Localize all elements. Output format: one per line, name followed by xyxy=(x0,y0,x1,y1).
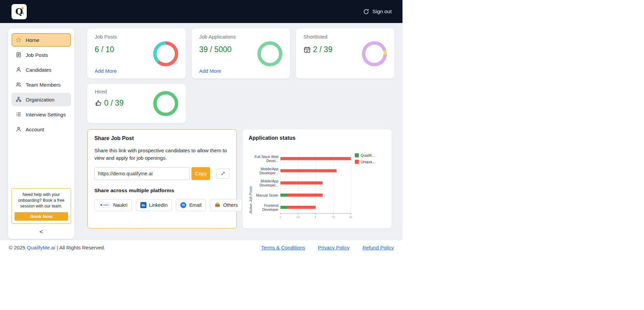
chart-bar-segment[interactable] xyxy=(288,206,316,209)
stat-value: 39 / 5000 xyxy=(199,45,236,54)
top-navbar: Q me Sign out xyxy=(0,0,402,23)
sidebar-item-organization[interactable]: Organization xyxy=(12,93,71,106)
naukri-wordmark: naukri xyxy=(103,204,109,206)
footer-links: Terms & Conditions Privacy Policy Refund… xyxy=(261,245,394,250)
book-now-button[interactable]: Book Now xyxy=(15,212,68,221)
sidebar: Home Job Posts Candidates xyxy=(8,28,74,239)
platform-label: LinkedIn xyxy=(149,202,168,208)
share-email-button[interactable]: ✉ Email xyxy=(176,199,206,211)
privacy-link[interactable]: Privacy Policy xyxy=(318,245,349,250)
x-tick-label: 2.5 xyxy=(296,216,300,218)
chart-bar-segment[interactable] xyxy=(280,169,337,172)
app-window: Q me Sign out Home xyxy=(0,0,402,310)
thumbs-up-icon xyxy=(95,99,102,107)
stats-row-2: Hired 0 / 39 xyxy=(87,84,394,123)
copy-button[interactable]: Copy xyxy=(191,167,210,180)
chart-category-label: Manual Tester xyxy=(253,189,280,201)
share-naukri-button[interactable]: naukri Naukri xyxy=(94,199,132,211)
bottom-row: Share Job Post Share this link with pros… xyxy=(87,129,394,228)
share-url-input[interactable] xyxy=(94,167,190,180)
sidebar-item-label: Job Posts xyxy=(26,52,48,58)
add-more-link[interactable]: Add More xyxy=(199,68,236,74)
qualifyme-logo[interactable]: Q me xyxy=(12,4,27,19)
chart-bar-row xyxy=(280,177,351,189)
expand-button[interactable] xyxy=(216,169,230,179)
signout-button[interactable]: Sign out xyxy=(363,8,392,15)
email-icon: ✉ xyxy=(180,202,186,208)
chart-gridline xyxy=(351,153,351,213)
copyright-suffix: | All Rights Reserved. xyxy=(57,245,105,250)
copyright-prefix: © 2025 xyxy=(9,245,25,250)
chart-bar-row xyxy=(280,201,351,213)
stat-card-job-posts: Job Posts 6 / 10 Add More xyxy=(87,28,186,79)
chart-category-label: Mobile/App Developer... xyxy=(253,165,280,177)
main-panel: Job Posts 6 / 10 Add More Job Applicatio… xyxy=(87,28,394,240)
sidebar-item-home[interactable]: Home xyxy=(12,33,71,47)
sidebar-item-candidates[interactable]: Candidates xyxy=(12,63,71,76)
person-icon xyxy=(16,67,22,73)
x-tick-label: 5 xyxy=(315,216,316,218)
legend-item: Unqua... xyxy=(355,160,375,164)
stat-card-shortlisted: Shortlisted 2 / 39 xyxy=(296,28,394,79)
x-tick-mark xyxy=(316,213,316,215)
terms-link[interactable]: Terms & Conditions xyxy=(261,245,305,250)
chart-category-label: Mobile/App Developer... xyxy=(253,177,280,189)
platform-label: Naukri xyxy=(113,202,128,208)
platforms-row: naukri Naukri in LinkedIn ✉ Email xyxy=(94,199,230,211)
org-chart-icon xyxy=(16,96,22,103)
stat-value: 2 / 39 xyxy=(303,45,332,54)
share-job-post-card: Share Job Post Share this link with pros… xyxy=(87,129,237,228)
add-more-link[interactable]: Add More xyxy=(95,68,117,74)
x-tick-label: 0 xyxy=(280,216,281,218)
x-tick-mark xyxy=(280,213,281,215)
sidebar-item-job-posts[interactable]: Job Posts xyxy=(12,48,71,62)
stat-card-hired: Hired 0 / 39 xyxy=(87,84,186,123)
stats-row-1: Job Posts 6 / 10 Add More Job Applicatio… xyxy=(87,28,394,79)
expand-icon xyxy=(221,171,225,176)
platform-label: Email xyxy=(189,202,201,208)
content-area: Home Job Posts Candidates xyxy=(0,23,402,240)
stat-card-job-applications: Job Applications 39 / 5000 Add More xyxy=(192,28,290,79)
legend-label: Unqua... xyxy=(361,160,375,164)
x-tick-mark xyxy=(333,213,334,215)
sidebar-item-label: Interview Settings xyxy=(26,112,66,117)
chart-category-label: Full Stack Web Devel... xyxy=(253,153,280,165)
x-tick-mark xyxy=(351,213,351,215)
home-icon xyxy=(16,37,22,43)
legend-swatch xyxy=(355,153,359,157)
chart-bar-segment[interactable] xyxy=(288,194,323,197)
logo-sub-text: me xyxy=(20,12,24,15)
job-applications-donut-chart xyxy=(257,41,282,66)
sidebar-item-account[interactable]: Account xyxy=(12,123,71,136)
chart-category-labels: Full Stack Web Devel...Mobile/App Develo… xyxy=(253,153,280,214)
share-card-title: Share Job Post xyxy=(94,135,230,141)
people-icon xyxy=(16,82,22,88)
share-others-button[interactable]: Others xyxy=(210,199,243,211)
stat-value-text: 0 / 39 xyxy=(104,98,124,108)
sidebar-item-interview-settings[interactable]: Interview Settings xyxy=(12,108,71,121)
calendar-check-icon xyxy=(303,46,311,53)
stat-value: 0 / 39 xyxy=(95,98,124,108)
legend-swatch xyxy=(355,160,359,164)
brand-link[interactable]: QualifyMe.ai xyxy=(27,245,55,250)
hired-donut-chart xyxy=(153,91,178,116)
chart-bar-segment[interactable] xyxy=(280,157,351,160)
signout-icon xyxy=(363,8,369,15)
chart-bar-segment[interactable] xyxy=(280,206,288,209)
stat-value-text: 2 / 39 xyxy=(313,45,332,54)
sidebar-collapse-button[interactable]: < xyxy=(39,228,43,235)
platforms-title: Share across multiple platforms xyxy=(94,187,230,194)
x-tick-label: 7.5 xyxy=(331,216,335,218)
job-posts-donut-chart xyxy=(153,41,178,66)
help-text: Need help with your onboarding? Book a f… xyxy=(15,192,68,209)
share-linkedin-button[interactable]: in LinkedIn xyxy=(136,199,172,211)
refund-link[interactable]: Refund Policy xyxy=(362,245,394,250)
legend-label: Qualifi... xyxy=(361,153,375,157)
chart-bar-segment[interactable] xyxy=(280,194,288,197)
sidebar-item-team-members[interactable]: Team Members xyxy=(12,78,71,91)
chart-title: Application status xyxy=(249,135,386,141)
stat-title: Job Applications xyxy=(199,34,236,40)
chart-bar-segment[interactable] xyxy=(280,181,323,184)
sidebar-item-label: Account xyxy=(26,127,44,132)
sidebar-item-label: Home xyxy=(26,37,39,43)
